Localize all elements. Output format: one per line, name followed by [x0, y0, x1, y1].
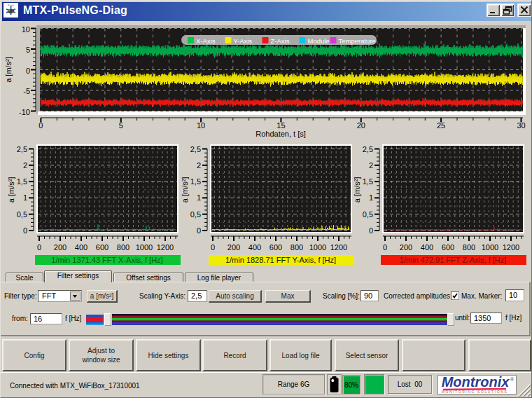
svg-text:Montronix: Montronix	[442, 376, 510, 390]
svg-text:®: ®	[510, 377, 514, 382]
svg-text:MONITORING SOLUTIONS: MONITORING SOLUTIONS	[442, 390, 508, 394]
